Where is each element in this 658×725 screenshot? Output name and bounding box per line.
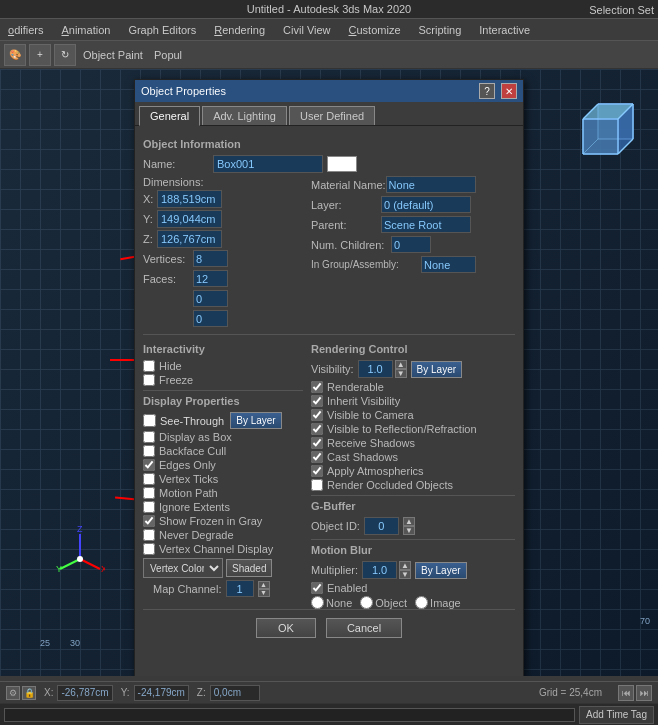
menu-graph-editors[interactable]: Graph Editors (124, 23, 200, 37)
none-radio[interactable] (311, 596, 324, 609)
inherit-visibility-checkbox[interactable] (311, 395, 323, 407)
z-dimension-input[interactable] (157, 230, 222, 248)
viewport[interactable]: X Y Z 25 30 70 Object Properties (0, 69, 658, 676)
cancel-button[interactable]: Cancel (326, 618, 402, 638)
prev-frame-button[interactable]: ⏮ (618, 685, 634, 701)
material-row: Material Name: (311, 176, 515, 193)
object-properties-dialog: Object Properties ? ✕ General Adv. Light… (134, 79, 524, 676)
extra2-input[interactable] (193, 310, 228, 327)
render-occluded-checkbox[interactable] (311, 479, 323, 491)
map-channel-input[interactable] (226, 580, 254, 597)
layer-input[interactable] (381, 196, 471, 213)
multiplier-down[interactable]: ▼ (399, 570, 411, 579)
y-dimension-input[interactable] (157, 210, 222, 228)
parent-input[interactable] (381, 216, 471, 233)
material-input[interactable] (386, 176, 476, 193)
vertex-ticks-checkbox[interactable] (143, 473, 155, 485)
extra1-input[interactable] (193, 290, 228, 307)
dialog-close-button[interactable]: ✕ (501, 83, 517, 99)
map-channel-down[interactable]: ▼ (258, 589, 270, 597)
menu-animation[interactable]: Animation (57, 23, 114, 37)
shaded-button[interactable]: Shaded (226, 559, 272, 577)
apply-atmospherics-label: Apply Atmospherics (327, 465, 424, 477)
multiplier-input[interactable] (362, 561, 397, 579)
edges-only-checkbox[interactable] (143, 459, 155, 471)
enabled-checkbox[interactable] (311, 582, 323, 594)
backface-cull-checkbox[interactable] (143, 445, 155, 457)
gbuffer-section: G-Buffer (311, 500, 515, 512)
cast-shadows-checkbox[interactable] (311, 451, 323, 463)
renderable-checkbox[interactable] (311, 381, 323, 393)
ignore-extents-checkbox[interactable] (143, 501, 155, 513)
map-channel-up[interactable]: ▲ (258, 581, 270, 589)
menu-civil-view[interactable]: Civil View (279, 23, 334, 37)
visibility-input[interactable] (358, 360, 393, 378)
visible-reflection-row: Visible to Reflection/Refraction (311, 423, 515, 435)
menu-modifiers[interactable]: odifiers (4, 23, 47, 37)
dimensions-label: Dimensions: (143, 176, 213, 188)
tab-general[interactable]: General (139, 106, 200, 126)
visible-camera-checkbox[interactable] (311, 409, 323, 421)
object-id-up[interactable]: ▲ (403, 517, 415, 526)
show-frozen-checkbox[interactable] (143, 515, 155, 527)
x-dimension-input[interactable] (157, 190, 222, 208)
object-id-down[interactable]: ▼ (403, 526, 415, 535)
ok-button[interactable]: OK (256, 618, 316, 638)
freeze-checkbox[interactable] (143, 374, 155, 386)
menu-rendering[interactable]: Rendering (210, 23, 269, 37)
cast-shadows-label: Cast Shadows (327, 451, 398, 463)
tab-user-defined[interactable]: User Defined (289, 106, 375, 125)
menu-interactive[interactable]: Interactive (475, 23, 534, 37)
visibility-up[interactable]: ▲ (395, 360, 407, 369)
hide-checkbox[interactable] (143, 360, 155, 372)
name-input[interactable] (213, 155, 323, 173)
vertex-color-dropdown[interactable]: Vertex Color (143, 558, 223, 578)
object-radio[interactable] (360, 596, 373, 609)
color-swatch[interactable] (327, 156, 357, 172)
rendering-by-layer-button[interactable]: By Layer (411, 361, 462, 378)
visibility-spinner: ▲ ▼ (358, 360, 407, 378)
visibility-down[interactable]: ▼ (395, 369, 407, 378)
z-coord-value: 0,0cm (210, 685, 260, 701)
paint-button[interactable]: 🎨 (4, 44, 26, 66)
menu-customize[interactable]: Customize (345, 23, 405, 37)
motion-path-checkbox[interactable] (143, 487, 155, 499)
dimensions-row: Dimensions: (143, 176, 303, 188)
object-radio-label[interactable]: Object (360, 596, 407, 609)
see-through-checkbox[interactable] (143, 414, 156, 427)
vertex-channel-checkbox[interactable] (143, 543, 155, 555)
motion-blur-by-layer-button[interactable]: By Layer (415, 562, 466, 579)
time-slider[interactable] (4, 708, 575, 722)
display-as-box-checkbox[interactable] (143, 431, 155, 443)
dialog-tabs: General Adv. Lighting User Defined (135, 102, 523, 126)
display-by-layer-button[interactable]: By Layer (230, 412, 281, 429)
in-group-input[interactable] (421, 256, 476, 273)
next-frame-button[interactable]: ⏭ (636, 685, 652, 701)
status-icon1[interactable]: ⚙ (6, 686, 20, 700)
tab-adv-lighting[interactable]: Adv. Lighting (202, 106, 287, 125)
never-degrade-checkbox[interactable] (143, 529, 155, 541)
inherit-visibility-row: Inherit Visibility (311, 395, 515, 407)
x-coord-label: X: (44, 687, 53, 698)
none-radio-label[interactable]: None (311, 596, 352, 609)
plus-button[interactable]: + (29, 44, 51, 66)
y-coord: Y: -24,179cm (121, 685, 189, 701)
menu-scripting[interactable]: Scripting (415, 23, 466, 37)
multiplier-up[interactable]: ▲ (399, 561, 411, 570)
faces-input[interactable] (193, 270, 228, 287)
receive-shadows-checkbox[interactable] (311, 437, 323, 449)
add-time-tag-button[interactable]: Add Time Tag (579, 706, 654, 724)
enabled-row: Enabled (311, 582, 515, 594)
divider3 (311, 495, 515, 496)
apply-atmospherics-checkbox[interactable] (311, 465, 323, 477)
image-radio-label[interactable]: Image (415, 596, 461, 609)
status-icon2[interactable]: 🔒 (22, 686, 36, 700)
object-id-input[interactable] (364, 517, 399, 535)
dialog-help-button[interactable]: ? (479, 83, 495, 99)
visible-reflection-checkbox[interactable] (311, 423, 323, 435)
vertices-input[interactable] (193, 250, 228, 267)
num-children-input[interactable] (391, 236, 431, 253)
image-radio[interactable] (415, 596, 428, 609)
object-info-section: Object Information (143, 138, 515, 150)
refresh-button[interactable]: ↻ (54, 44, 76, 66)
